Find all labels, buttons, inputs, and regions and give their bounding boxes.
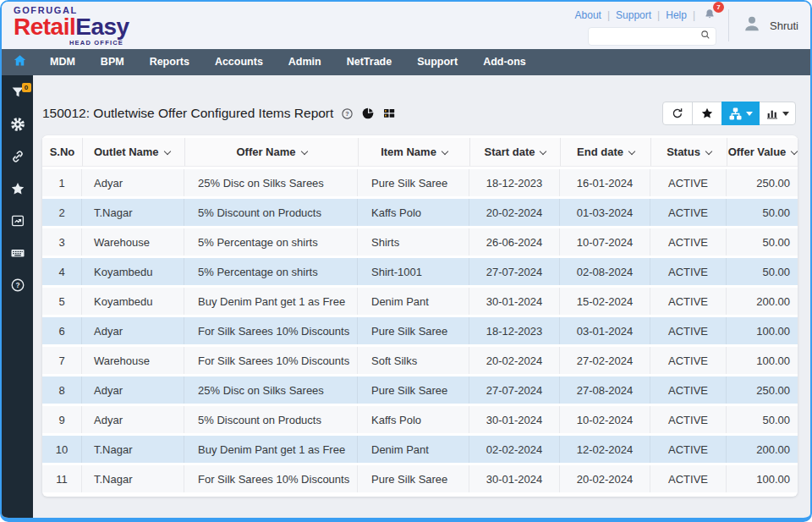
col-header-outlet-name[interactable]: Outlet Name [82,138,184,167]
cell-offer-name: 5% Percentage on shirts [184,228,358,256]
nav-item-accounts[interactable]: Accounts [202,49,276,75]
refresh-icon [671,107,684,120]
col-header-sno[interactable]: S.No [42,138,82,167]
nav-item-reports[interactable]: Reports [137,49,202,75]
help-button[interactable]: ? [10,279,25,294]
table-row[interactable]: 7 Warehouse For Silk Sarees 10% Discount… [42,347,798,374]
table-row[interactable]: 5 Koyambedu Buy Denim Pant get 1 as Free… [42,288,798,315]
table-row[interactable]: 3 Warehouse 5% Percentage on shirts Shir… [42,228,798,256]
table-row[interactable]: 9 Adyar 5% Discount on Products Kaffs Po… [42,406,798,433]
keyboard-icon [10,245,25,264]
chevron-down-icon [782,112,789,116]
table-row[interactable]: 1 Adyar 25% Disc on Silks Sarees Pure Si… [42,169,798,196]
about-link[interactable]: About [575,9,601,21]
cell-sno: 2 [42,199,82,226]
cell-sno: 11 [42,465,82,492]
table-row[interactable]: 10 T.Nagar Buy Denim Pant get 1 as Free … [42,436,798,463]
cell-end-date: 02-08-2024 [560,258,650,285]
search-icon[interactable] [700,29,711,44]
cell-sno: 1 [42,169,82,196]
settings-button[interactable] [10,118,25,134]
sort-caret-icon [540,148,546,155]
table-row[interactable]: 11 T.Nagar For Silk Sarees 10% Discounts… [42,465,798,492]
cell-sno: 7 [42,347,82,374]
cell-start-date: 30-01-2024 [469,288,560,315]
hierarchy-view-button[interactable] [721,102,760,125]
sort-caret-icon [442,148,448,155]
logo-product-red: Retail [14,14,75,40]
star-icon [700,107,714,120]
cell-status: ACTIVE [650,228,727,256]
col-header-start-date[interactable]: Start date [469,138,560,167]
table-row[interactable]: 8 Adyar 25% Disc on Silks Sarees Pure Si… [42,376,798,404]
table-row[interactable]: 4 Koyambedu 5% Percentage on shirts Shir… [42,258,798,285]
logo-suffix: HEAD OFFICE [69,40,129,47]
cell-end-date: 16-01-2024 [560,169,650,196]
report-chart-icon [10,213,25,232]
cell-offer-value: 250.00 [727,376,798,404]
cell-offer-name: 5% Percentage on shirts [184,258,358,285]
notifications-button[interactable]: 7 [703,8,716,24]
nav-home[interactable] [2,53,37,71]
col-header-offer-name[interactable]: Offer Name [184,138,358,167]
cell-offer-value: 200.00 [727,288,798,315]
divider: | [607,9,610,21]
favorite-report-button[interactable] [692,102,722,125]
cell-start-date: 18-12-2023 [469,169,560,196]
logo-product-dark: Easy [75,14,129,40]
page-title: 150012: Outletwise Offer Configured Item… [42,106,333,121]
chart-view-button[interactable] [759,102,796,125]
support-link[interactable]: Support [616,9,651,21]
cell-start-date: 18-12-2023 [469,317,560,344]
cell-sno: 4 [42,258,82,285]
cell-item-name: Denim Pant [358,436,469,463]
nav-item-mdm[interactable]: MDM [37,49,88,75]
col-header-end-date[interactable]: End date [560,138,650,167]
nav-item-addons[interactable]: Add-ons [470,49,539,75]
report-help-button[interactable]: ? [341,107,354,120]
table-row[interactable]: 2 T.Nagar 5% Discount on Products Kaffs … [42,199,798,226]
table-row[interactable]: 6 Adyar For Silk Sarees 10% Discounts Pu… [42,317,798,344]
global-search-input[interactable] [595,30,700,42]
svg-text:?: ? [346,111,349,118]
report-title-group: 150012: Outletwise Offer Configured Item… [42,106,396,121]
nav-item-admin[interactable]: Admin [276,49,334,75]
help-circle-icon: ? [10,277,25,296]
sort-caret-icon [300,148,307,155]
cell-status: ACTIVE [650,406,727,433]
refresh-button[interactable] [662,102,693,125]
cell-status: ACTIVE [650,317,727,344]
cell-offer-value: 100.00 [727,317,798,344]
cell-outlet-name: Warehouse [82,228,184,256]
bar-chart-view-icon [765,107,779,120]
favorites-button[interactable] [10,183,25,198]
keyboard-shortcuts-button[interactable] [10,247,25,262]
header-links: About| Support| Help| 7 [575,8,716,24]
col-header-status[interactable]: Status [650,138,727,167]
nav-item-support[interactable]: Support [404,49,470,75]
sort-caret-icon [628,148,635,155]
user-menu[interactable]: Shruti [728,9,798,41]
cell-item-name: Soft Silks [358,347,469,374]
cell-offer-name: For Silk Sarees 10% Discounts [184,317,358,344]
cell-item-name: Shirts [358,228,469,256]
report-shortcut-button[interactable] [10,215,25,230]
col-header-offer-value[interactable]: Offer Value [727,138,798,167]
pie-chart-view-button[interactable] [361,107,375,120]
report-table-card: S.No Outlet Name Offer Name Item Name St… [42,135,798,497]
nav-item-bpm[interactable]: BPM [88,49,137,75]
nav-item-nettrade[interactable]: NetTrade [334,49,405,75]
col-header-item-name[interactable]: Item Name [358,138,469,167]
cell-end-date: 10-07-2024 [560,228,650,256]
home-icon [13,53,27,71]
filter-button[interactable]: 0 [10,86,25,102]
cell-start-date: 26-06-2024 [469,228,560,256]
report-toolbar [662,102,796,125]
grid-view-icon [382,107,396,120]
help-link[interactable]: Help [666,9,687,21]
grid-view-button[interactable] [382,107,396,120]
shortlinks-button[interactable] [10,151,25,166]
cell-status: ACTIVE [650,436,727,463]
cell-status: ACTIVE [650,288,727,315]
app-logo: GOFRUGAL RetailEasy HEAD OFFICE [2,2,129,49]
